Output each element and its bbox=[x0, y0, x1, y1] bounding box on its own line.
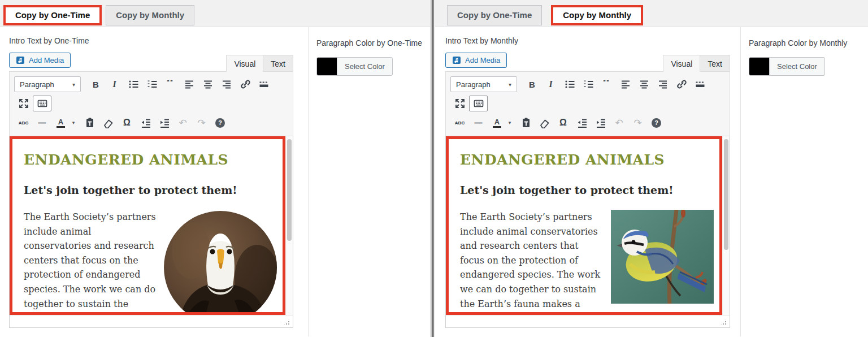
numbered-list-button[interactable] bbox=[579, 76, 597, 92]
format-dropdown-value: Paragraph bbox=[456, 80, 491, 89]
tab-copy-by-monthly[interactable]: Copy by Monthly bbox=[551, 5, 643, 25]
text-color-dropdown[interactable]: ▾ bbox=[506, 115, 517, 131]
text-color-dropdown[interactable]: ▾ bbox=[70, 115, 80, 131]
blockquote-button[interactable]: “ bbox=[597, 76, 616, 92]
text-color-button[interactable]: A bbox=[51, 115, 70, 131]
bold-button[interactable]: B bbox=[86, 76, 105, 92]
field-label: Intro Text by Monthly bbox=[445, 36, 730, 45]
resize-grip[interactable] bbox=[283, 318, 290, 326]
metabox-tabstrip: Copy by One-Time Copy by Monthly bbox=[0, 0, 430, 27]
media-icon bbox=[16, 56, 25, 64]
undo-button[interactable]: ↶ bbox=[173, 115, 192, 131]
editor-content[interactable]: ENDANGERED ANIMALS Let's join together t… bbox=[10, 136, 285, 315]
color-picker-control: Select Color bbox=[749, 57, 825, 76]
link-button[interactable] bbox=[672, 76, 691, 92]
scrollbar-thumb[interactable] bbox=[724, 139, 728, 250]
chevron-down-icon: ▾ bbox=[72, 81, 75, 88]
increase-indent-button[interactable] bbox=[155, 115, 173, 131]
metabox-tabstrip: Copy by One-Time Copy by Monthly bbox=[435, 0, 868, 27]
align-center-button[interactable] bbox=[198, 76, 217, 92]
chevron-down-icon: ▾ bbox=[509, 81, 511, 88]
add-media-button[interactable]: Add Media bbox=[9, 53, 71, 68]
horizontal-rule-button[interactable]: — bbox=[469, 115, 488, 131]
help-button[interactable]: ? bbox=[211, 115, 229, 131]
align-center-button[interactable] bbox=[635, 76, 653, 92]
media-icon bbox=[452, 56, 461, 64]
select-color-button[interactable]: Select Color bbox=[337, 58, 392, 75]
fullscreen-button[interactable] bbox=[450, 96, 469, 111]
editor-content[interactable]: ENDANGERED ANIMALS Let's join together t… bbox=[446, 136, 722, 315]
fullscreen-button[interactable] bbox=[14, 96, 33, 111]
clear-formatting-button[interactable] bbox=[535, 115, 554, 131]
text-color-button[interactable]: A bbox=[488, 115, 506, 131]
align-right-button[interactable] bbox=[217, 76, 236, 92]
tab-text[interactable]: Text bbox=[700, 55, 730, 72]
read-more-button[interactable] bbox=[691, 76, 709, 92]
content-heading: ENDANGERED ANIMALS bbox=[460, 152, 714, 168]
increase-indent-button[interactable] bbox=[591, 115, 610, 131]
clear-formatting-button[interactable] bbox=[99, 115, 118, 131]
strikethrough-button[interactable]: ABC bbox=[14, 115, 33, 131]
panel-monthly: Copy by One-Time Copy by Monthly Intro T… bbox=[435, 0, 868, 337]
decrease-indent-button[interactable] bbox=[572, 115, 591, 131]
format-dropdown[interactable]: Paragraph ▾ bbox=[14, 76, 81, 92]
help-button[interactable]: ? bbox=[647, 115, 666, 131]
tab-copy-by-one-time[interactable]: Copy by One-Time bbox=[3, 5, 102, 25]
content-paragraph: The Earth Society’s partners include ani… bbox=[460, 210, 604, 315]
side-column: Paragraph Color by Monthly Select Color bbox=[740, 27, 868, 336]
blockquote-button[interactable]: “ bbox=[161, 76, 180, 92]
italic-button[interactable]: I bbox=[541, 76, 560, 92]
numbered-list-button[interactable] bbox=[142, 76, 161, 92]
scrollbar-thumb[interactable] bbox=[287, 139, 292, 241]
screenshot-divider bbox=[430, 0, 435, 337]
add-media-label: Add Media bbox=[29, 56, 64, 64]
side-column: Paragraph Color by One-Time Select Color bbox=[308, 27, 430, 336]
redo-button[interactable]: ↷ bbox=[192, 115, 211, 131]
align-left-button[interactable] bbox=[180, 76, 198, 92]
tab-copy-by-monthly[interactable]: Copy by Monthly bbox=[106, 5, 194, 25]
bulleted-list-button[interactable] bbox=[124, 76, 142, 92]
special-character-button[interactable]: Ω bbox=[118, 115, 136, 131]
content-heading: ENDANGERED ANIMALS bbox=[24, 152, 277, 168]
editor-scrollbar[interactable] bbox=[722, 136, 730, 315]
paste-as-text-button[interactable] bbox=[517, 115, 535, 131]
editor-statusbar bbox=[10, 315, 293, 327]
toolbar-toggle-button[interactable] bbox=[469, 96, 488, 111]
decrease-indent-button[interactable] bbox=[136, 115, 155, 131]
resize-grip[interactable] bbox=[720, 318, 727, 326]
toolbar-toggle-button[interactable] bbox=[33, 96, 51, 111]
format-dropdown[interactable]: Paragraph ▾ bbox=[450, 76, 517, 92]
editor-statusbar bbox=[446, 315, 730, 327]
color-swatch[interactable] bbox=[749, 58, 769, 75]
bulleted-list-button[interactable] bbox=[560, 76, 579, 92]
content-subheading: Let's join together to protect them! bbox=[460, 184, 714, 196]
link-button[interactable] bbox=[236, 76, 254, 92]
color-swatch[interactable] bbox=[317, 58, 337, 75]
two-screenshot-comparison: Copy by One-Time Copy by Monthly Intro T… bbox=[0, 0, 868, 337]
editor-column: Intro Text by Monthly Add Media Visual T… bbox=[435, 27, 740, 336]
select-color-button[interactable]: Select Color bbox=[769, 58, 824, 75]
add-media-button[interactable]: Add Media bbox=[445, 53, 507, 68]
tab-copy-by-one-time[interactable]: Copy by One-Time bbox=[447, 5, 542, 25]
tab-visual[interactable]: Visual bbox=[663, 55, 700, 72]
strikethrough-button[interactable]: ABC bbox=[450, 115, 469, 131]
color-field-label: Paragraph Color by One-Time bbox=[316, 38, 424, 47]
format-dropdown-value: Paragraph bbox=[20, 80, 54, 89]
bald-eagle-image bbox=[164, 211, 277, 315]
tab-text[interactable]: Text bbox=[263, 55, 293, 72]
align-right-button[interactable] bbox=[653, 76, 672, 92]
panel-one-time: Copy by One-Time Copy by Monthly Intro T… bbox=[0, 0, 430, 337]
bold-button[interactable]: B bbox=[523, 76, 541, 92]
italic-button[interactable]: I bbox=[105, 76, 124, 92]
editor-scrollbar[interactable] bbox=[285, 136, 293, 315]
undo-button[interactable]: ↶ bbox=[610, 115, 628, 131]
align-left-button[interactable] bbox=[616, 76, 635, 92]
read-more-button[interactable] bbox=[254, 76, 273, 92]
horizontal-rule-button[interactable]: — bbox=[33, 115, 51, 131]
paste-as-text-button[interactable] bbox=[80, 115, 99, 131]
special-character-button[interactable]: Ω bbox=[554, 115, 572, 131]
redo-button[interactable]: ↷ bbox=[628, 115, 647, 131]
tab-visual[interactable]: Visual bbox=[226, 55, 263, 72]
editor-toolbar: Paragraph ▾ B I “ bbox=[445, 71, 730, 136]
editor-toolbar: Paragraph ▾ B I “ bbox=[9, 71, 293, 136]
